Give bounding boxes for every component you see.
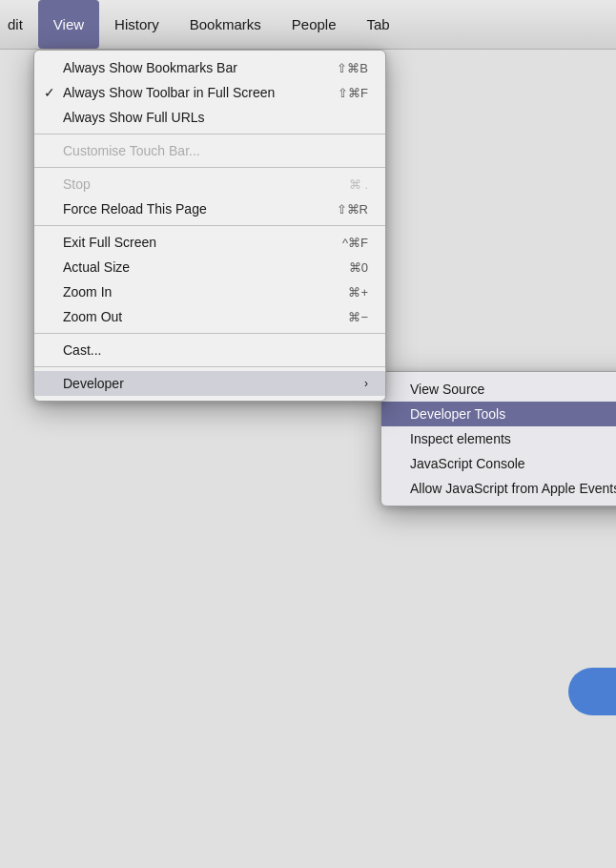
shortcut-always-show-toolbar: ⇧⌘F xyxy=(318,86,368,100)
menu-item-inspect-elements[interactable]: Inspect elements ⌥⌘C xyxy=(381,426,616,451)
menu-item-javascript-console[interactable]: JavaScript Console ⌥⌘J xyxy=(381,451,616,476)
menu-bar-item-tab[interactable]: Tab xyxy=(352,0,405,49)
menu-bar-bookmarks-label: Bookmarks xyxy=(190,16,261,32)
menu-item-label: JavaScript Console xyxy=(410,456,525,471)
menu-item-always-show-full-urls[interactable]: Always Show Full URLs xyxy=(34,105,385,130)
menu-item-view-source[interactable]: View Source ⌥⌘U xyxy=(381,377,616,402)
separator-2 xyxy=(34,167,385,168)
developer-submenu: View Source ⌥⌘U Developer Tools ⌥⌘I Insp… xyxy=(380,371,616,506)
submenu-arrow-icon: › xyxy=(364,377,368,390)
shortcut-exit-full-screen: ^⌘F xyxy=(323,236,368,250)
shortcut-stop: ⌘ . xyxy=(330,177,368,192)
menu-item-label: Always Show Bookmarks Bar xyxy=(63,60,237,75)
menu-item-zoom-in[interactable]: Zoom In ⌘+ xyxy=(34,279,385,304)
menu-item-label: View Source xyxy=(410,382,484,397)
separator-5 xyxy=(34,366,385,367)
menu-bar-item-view[interactable]: View xyxy=(38,0,99,49)
menu-bar-view-label: View xyxy=(53,16,84,32)
menu-item-cast[interactable]: Cast... xyxy=(34,338,385,362)
menu-bar-tab-label: Tab xyxy=(367,16,390,32)
shortcut-always-show-bookmarks-bar: ⇧⌘B xyxy=(318,61,368,75)
shortcut-zoom-out: ⌘− xyxy=(329,310,368,324)
menu-item-label: Developer xyxy=(63,376,124,391)
menu-item-label: Zoom In xyxy=(63,284,112,300)
menu-bar-edit-label: dit xyxy=(8,16,23,32)
separator-4 xyxy=(34,333,385,334)
blue-button xyxy=(568,668,616,715)
menu-bar-item-history[interactable]: History xyxy=(99,0,175,49)
menu-item-force-reload[interactable]: Force Reload This Page ⇧⌘R xyxy=(34,196,385,221)
menu-bar-people-label: People xyxy=(292,16,337,32)
view-dropdown-menu: Always Show Bookmarks Bar ⇧⌘B ✓ Always S… xyxy=(33,50,386,402)
menu-item-customise-touch-bar: Customise Touch Bar... xyxy=(34,138,385,163)
menu-item-label: Exit Full Screen xyxy=(63,235,156,250)
menu-item-label: Always Show Toolbar in Full Screen xyxy=(63,85,275,100)
menu-item-stop: Stop ⌘ . xyxy=(34,172,385,196)
separator-3 xyxy=(34,225,385,226)
menu-item-label: Customise Touch Bar... xyxy=(63,143,200,158)
menu-item-label: Zoom Out xyxy=(63,309,122,324)
menu-item-exit-full-screen[interactable]: Exit Full Screen ^⌘F xyxy=(34,230,385,255)
checkmark-icon: ✓ xyxy=(44,85,55,100)
menu-item-developer[interactable]: Developer › xyxy=(34,371,385,396)
menu-item-label: Allow JavaScript from Apple Events xyxy=(410,481,616,496)
menu-bar-item-bookmarks[interactable]: Bookmarks xyxy=(175,0,277,49)
menu-bar-item-edit[interactable]: dit xyxy=(0,0,38,49)
menu-item-label: Inspect elements xyxy=(410,431,511,446)
menu-item-label: Force Reload This Page xyxy=(63,201,207,217)
menu-bar-item-people[interactable]: People xyxy=(277,0,352,49)
menu-item-developer-tools[interactable]: Developer Tools ⌥⌘I xyxy=(381,402,616,426)
menu-item-actual-size[interactable]: Actual Size ⌘0 xyxy=(34,255,385,279)
menu-item-label: Actual Size xyxy=(63,259,130,275)
menu-bar-history-label: History xyxy=(114,16,159,32)
menu-item-always-show-toolbar[interactable]: ✓ Always Show Toolbar in Full Screen ⇧⌘F xyxy=(34,80,385,105)
shortcut-zoom-in: ⌘+ xyxy=(329,285,368,300)
menu-item-label: Stop xyxy=(63,176,91,192)
menu-item-label: Always Show Full URLs xyxy=(63,110,205,125)
shortcut-force-reload: ⇧⌘R xyxy=(318,202,368,217)
menu-item-label: Developer Tools xyxy=(410,406,505,422)
menu-item-allow-javascript[interactable]: Allow JavaScript from Apple Events xyxy=(381,476,616,501)
menu-bar: dit View History Bookmarks People Tab xyxy=(0,0,616,50)
separator-1 xyxy=(34,134,385,134)
menu-item-always-show-bookmarks-bar[interactable]: Always Show Bookmarks Bar ⇧⌘B xyxy=(34,55,385,80)
shortcut-actual-size: ⌘0 xyxy=(330,260,368,275)
menu-item-zoom-out[interactable]: Zoom Out ⌘− xyxy=(34,304,385,329)
menu-item-label: Cast... xyxy=(63,342,101,358)
